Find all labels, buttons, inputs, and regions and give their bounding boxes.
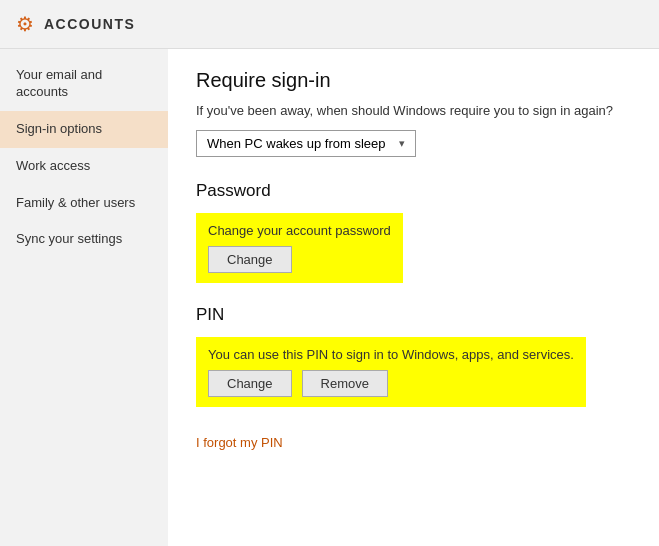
- sidebar: Your email and accounts Sign-in options …: [0, 49, 168, 546]
- pin-highlight-text: You can use this PIN to sign in to Windo…: [208, 347, 574, 362]
- gear-icon: ⚙: [16, 12, 34, 36]
- chevron-down-icon: ▾: [399, 137, 405, 150]
- dropdown-value: When PC wakes up from sleep: [207, 136, 385, 151]
- pin-btn-row: Change Remove: [208, 370, 574, 397]
- pin-title: PIN: [196, 305, 631, 325]
- sidebar-item-family[interactable]: Family & other users: [0, 185, 168, 222]
- forgot-pin-link[interactable]: I forgot my PIN: [196, 435, 283, 450]
- content-area: Require sign-in If you've been away, whe…: [168, 49, 659, 546]
- password-section: Password Change your account password Ch…: [196, 181, 631, 301]
- header-title: ACCOUNTS: [44, 16, 135, 32]
- pin-remove-button[interactable]: Remove: [302, 370, 388, 397]
- sidebar-item-email[interactable]: Your email and accounts: [0, 57, 168, 111]
- password-change-button[interactable]: Change: [208, 246, 292, 273]
- password-title: Password: [196, 181, 631, 201]
- require-signin-desc: If you've been away, when should Windows…: [196, 102, 631, 120]
- pin-highlight-box: You can use this PIN to sign in to Windo…: [196, 337, 586, 407]
- pin-section: PIN You can use this PIN to sign in to W…: [196, 305, 631, 451]
- sidebar-item-work[interactable]: Work access: [0, 148, 168, 185]
- signin-dropdown[interactable]: When PC wakes up from sleep ▾: [196, 130, 416, 157]
- require-signin-section: Require sign-in If you've been away, whe…: [196, 69, 631, 157]
- password-highlight-box: Change your account password Change: [196, 213, 403, 283]
- accounts-header: ⚙ ACCOUNTS: [0, 0, 659, 49]
- password-highlight-text: Change your account password: [208, 223, 391, 238]
- sidebar-item-signin[interactable]: Sign-in options: [0, 111, 168, 148]
- pin-change-button[interactable]: Change: [208, 370, 292, 397]
- sidebar-item-sync[interactable]: Sync your settings: [0, 221, 168, 258]
- password-btn-row: Change: [208, 246, 391, 273]
- main-layout: Your email and accounts Sign-in options …: [0, 49, 659, 546]
- require-signin-title: Require sign-in: [196, 69, 631, 92]
